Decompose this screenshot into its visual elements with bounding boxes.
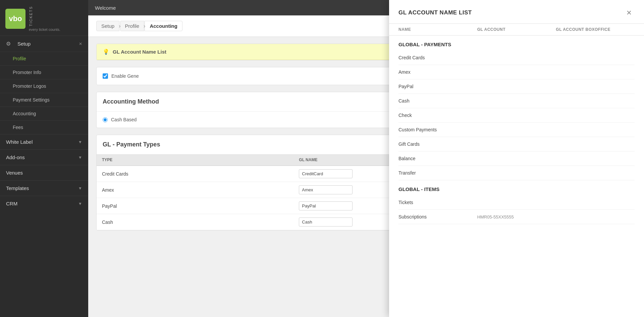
- gl-row: Subscriptions HMR05-55XX5555: [398, 210, 635, 224]
- breadcrumb-arrow-2: ›: [144, 23, 145, 29]
- crm-chevron: ▼: [78, 201, 82, 206]
- gl-row: Cash: [398, 94, 635, 108]
- sidebar-item-promoter-info[interactable]: Promoter Info: [0, 65, 88, 79]
- sidebar-item-promoter-info-label: Promoter Info: [13, 70, 41, 75]
- sidebar-item-accounting-label: Accounting: [13, 111, 36, 116]
- gl-group-title: GLOBAL - ITEMS: [398, 180, 635, 195]
- sidebar-setup-header[interactable]: ⚙ Setup ✕: [0, 36, 88, 52]
- sidebar: vbo TICKETS every ticket counts. ⚙ Setup…: [0, 0, 88, 317]
- payment-gl-name-input[interactable]: [299, 201, 353, 210]
- sidebar-setup-label: Setup: [17, 41, 31, 47]
- gl-row-name: Amex: [398, 69, 477, 75]
- gl-account-panel: GL ACCOUNT NAME LIST ✕ NAME GL ACCOUNT G…: [389, 0, 644, 317]
- topbar-title: Welcome: [95, 5, 116, 11]
- cash-based-radio[interactable]: [103, 117, 108, 122]
- sidebar-add-ons[interactable]: Add-ons ▼: [0, 149, 88, 165]
- breadcrumb-setup[interactable]: Setup: [96, 21, 119, 31]
- gl-table-header: NAME GL ACCOUNT GL ACCOUNT BOXOFFICE: [389, 24, 644, 36]
- gl-row: Tickets: [398, 195, 635, 210]
- sidebar-crm-label: CRM: [6, 201, 17, 206]
- enable-label: Enable Gene: [111, 73, 139, 79]
- gl-row-name: Transfer: [398, 170, 477, 176]
- gl-row: Custom Payments: [398, 123, 635, 137]
- gl-row: PayPal: [398, 79, 635, 94]
- white-label-chevron: ▼: [78, 140, 82, 144]
- gl-row: Gift Cards: [398, 137, 635, 151]
- breadcrumb-profile[interactable]: Profile: [120, 21, 145, 31]
- payment-type-cell: Credit Cards: [97, 166, 293, 182]
- sidebar-item-accounting[interactable]: Accounting: [0, 107, 88, 120]
- bulb-icon: 💡: [103, 49, 109, 55]
- gl-row: Transfer: [398, 166, 635, 180]
- logo-tagline: every ticket counts.: [29, 27, 60, 31]
- gl-row-name: Tickets: [398, 200, 477, 205]
- sidebar-item-profile-label: Profile: [13, 56, 26, 61]
- gl-row-name: Cash: [398, 98, 477, 104]
- gl-row: Balance: [398, 151, 635, 166]
- gl-panel-close-button[interactable]: ✕: [624, 7, 635, 18]
- payment-gl-name-input[interactable]: [299, 185, 353, 194]
- gl-group-title: GLOBAL - PAYMENTS: [398, 36, 635, 51]
- templates-chevron: ▼: [78, 186, 82, 191]
- sidebar-item-fees-label: Fees: [13, 125, 23, 130]
- gl-row: Credit Cards: [398, 51, 635, 65]
- gl-row-name: Credit Cards: [398, 55, 477, 60]
- gl-col-name: NAME: [398, 27, 477, 32]
- sidebar-item-payment-settings-label: Payment Settings: [13, 97, 50, 103]
- gl-col-account: GL ACCOUNT: [477, 27, 556, 32]
- logo-area: vbo TICKETS every ticket counts.: [0, 0, 88, 36]
- payment-gl-name-input[interactable]: [299, 217, 353, 227]
- breadcrumb-accounting[interactable]: Accounting: [145, 21, 182, 31]
- payment-gl-name-input[interactable]: [299, 169, 353, 178]
- enable-checkbox[interactable]: [103, 73, 108, 79]
- gear-icon: ⚙: [6, 41, 11, 47]
- gl-row: Amex: [398, 65, 635, 79]
- setup-close-icon[interactable]: ✕: [79, 42, 82, 46]
- gl-row-name: Custom Payments: [398, 127, 477, 132]
- cash-based-label: Cash Based: [111, 117, 137, 122]
- gl-row-name: PayPal: [398, 84, 477, 89]
- logo-right: TICKETS every ticket counts.: [29, 6, 60, 31]
- gl-row-account: HMR05-55XX5555: [477, 214, 556, 219]
- sidebar-add-ons-label: Add-ons: [6, 154, 25, 160]
- gl-row-name: Gift Cards: [398, 141, 477, 147]
- payment-type-cell: Cash: [97, 214, 293, 230]
- sidebar-venues-label: Venues: [6, 170, 23, 176]
- add-ons-chevron: ▼: [78, 155, 82, 160]
- col-type: TYPE: [97, 154, 293, 166]
- sidebar-item-promoter-logos[interactable]: Promoter Logos: [0, 79, 88, 93]
- gl-row-name: Subscriptions: [398, 214, 477, 219]
- payment-type-cell: PayPal: [97, 198, 293, 214]
- sidebar-white-label[interactable]: White Label ▼: [0, 134, 88, 149]
- gl-row: Check: [398, 108, 635, 123]
- gl-row-name: Balance: [398, 156, 477, 161]
- sidebar-item-profile[interactable]: Profile: [0, 52, 88, 65]
- gl-col-boxoffice: GL ACCOUNT BOXOFFICE: [556, 27, 635, 32]
- logo-box: vbo: [5, 9, 25, 29]
- gl-panel-header: GL ACCOUNT NAME LIST ✕: [389, 0, 644, 24]
- sidebar-templates[interactable]: Templates ▼: [0, 180, 88, 196]
- sidebar-white-label-label: White Label: [6, 139, 33, 145]
- gl-row-name: Check: [398, 113, 477, 118]
- sidebar-item-fees[interactable]: Fees: [0, 120, 88, 134]
- sidebar-item-payment-settings[interactable]: Payment Settings: [0, 93, 88, 107]
- breadcrumb-arrow-1: ›: [119, 23, 120, 29]
- logo-tickets-text: TICKETS: [29, 6, 60, 26]
- gl-notice-title: GL Account Name List: [113, 49, 166, 55]
- sidebar-templates-label: Templates: [6, 185, 29, 191]
- gl-panel-body: GLOBAL - PAYMENTS Credit Cards Amex PayP…: [389, 36, 644, 317]
- payment-type-cell: Amex: [97, 182, 293, 198]
- sidebar-crm[interactable]: CRM ▼: [0, 196, 88, 211]
- logo-text: vbo: [9, 14, 22, 23]
- sidebar-venues[interactable]: Venues: [0, 165, 88, 180]
- gl-panel-title: GL ACCOUNT NAME LIST: [398, 9, 472, 16]
- sidebar-item-promoter-logos-label: Promoter Logos: [13, 83, 46, 89]
